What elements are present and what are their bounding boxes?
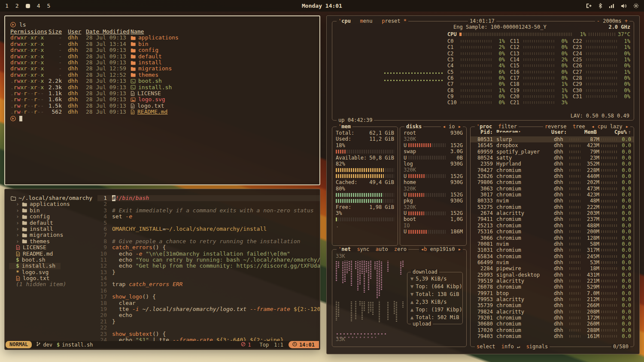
- workspace-1[interactable]: 1: [5, 0, 9, 12]
- code-line: 23show_subtext() {: [97, 331, 320, 337]
- process-row[interactable]: 3063chromiumdhh473M0.0: [471, 186, 634, 192]
- process-row[interactable]: 3066chromiumdhh128M0.0: [471, 235, 634, 241]
- process-row[interactable]: 80524sattydhh23M0.0: [471, 155, 634, 161]
- process-row[interactable]: 53275chromiumdhh222M0.0: [471, 204, 634, 210]
- tree-item-themes[interactable]: ›themes: [9, 238, 55, 244]
- process-mem-graph: [569, 298, 580, 301]
- process-cpu-graph: [601, 237, 617, 239]
- bluetooth-tray-icon[interactable]: [598, 3, 602, 9]
- process-row[interactable]: 16545dropboxdhh423M0.0: [471, 142, 634, 148]
- sort-direction-icon[interactable]: ↑: [627, 129, 631, 133]
- tree-item-boot.sh[interactable]: $boot.sh: [9, 257, 51, 263]
- workspace-2[interactable]: 2: [15, 0, 19, 12]
- process-row[interactable]: 80333nvimdhh48M0.0: [471, 198, 634, 204]
- process-row[interactable]: 2284pipewiredhh18M0.0: [471, 265, 634, 272]
- process-cpu: 0.0: [619, 278, 631, 284]
- volume-tray-icon[interactable]: [621, 3, 627, 9]
- name-cell: install.sh: [131, 84, 314, 90]
- process-cpu-graph: [601, 157, 617, 159]
- cpu-panel-title[interactable]: 'cpu menu preset *: [337, 18, 408, 24]
- process-row[interactable]: 30680chromiumdhh260M0.0: [471, 321, 634, 327]
- process-mem-graph: [569, 329, 580, 332]
- process-name: satty: [496, 155, 554, 161]
- process-pid: 66499: [473, 259, 493, 265]
- process-row[interactable]: 80531slurpdhh87M0.0: [471, 136, 634, 142]
- process-pid: 31031: [473, 247, 493, 253]
- process-row[interactable]: 35739chromiumdhh266M0.0: [471, 302, 634, 308]
- process-row[interactable]: 25993signal-desktopdhh431M0.0: [471, 272, 634, 278]
- process-row[interactable]: 79824alacrittydhh208M0.0: [471, 309, 634, 315]
- process-row[interactable]: 17020chromiumdhh288M0.0: [471, 327, 634, 333]
- process-row[interactable]: 79971btopdhh7.0M0.0: [471, 290, 634, 296]
- process-cpu: 0.0: [619, 290, 631, 296]
- tree-item-label: bin: [30, 208, 39, 214]
- tree-item-config[interactable]: ›config: [9, 214, 55, 220]
- cpu-core-row: C56%: [447, 69, 505, 75]
- tree-item-migrations[interactable]: ›migrations: [9, 232, 68, 238]
- proc-options[interactable]: reverse tree ◂ cpu lazy ▸: [543, 124, 630, 130]
- process-row[interactable]: 79403chromiumdhh161M0.0: [471, 333, 634, 339]
- workspace-4[interactable]: 4: [37, 0, 40, 12]
- process-user: dhh: [554, 179, 569, 185]
- tree-item-README.md[interactable]: README.md: [9, 251, 58, 257]
- tree-item-logo.svg[interactable]: *logo.svg: [9, 269, 54, 275]
- process-row[interactable]: 79201chromiumdhh172M0.0: [471, 315, 634, 321]
- process-row[interactable]: 2359Hyprlanddhh352M0.0: [471, 161, 634, 167]
- mem-panel-title[interactable]: 'mem: [337, 124, 352, 130]
- prompt-arrow-icon: [10, 22, 16, 27]
- process-row[interactable]: 65834chromiumdhh245M0.0: [471, 253, 634, 259]
- update-interval[interactable]: - 2000ms +: [595, 18, 629, 24]
- process-cpu-graph: [601, 329, 617, 332]
- tree-item-applications[interactable]: ›applications: [9, 201, 75, 207]
- process-row[interactable]: 26078chromiumdhh529M0.0: [471, 284, 634, 290]
- chevron-right-icon: ›: [16, 220, 19, 226]
- workspace-3[interactable]: [26, 4, 30, 8]
- tree-item-install.sh[interactable]: $install.sh: [9, 263, 61, 269]
- process-row[interactable]: 79953alacrittydhh212M0.0: [471, 296, 634, 302]
- process-mem: 266M: [582, 302, 599, 308]
- process-row[interactable]: 69959spotify_playerdhh79M0.0: [471, 149, 634, 155]
- net-panel-title[interactable]: 'net sync auto zero: [337, 247, 408, 252]
- workspace-5[interactable]: 5: [47, 0, 50, 12]
- logout-tray-icon[interactable]: [586, 3, 592, 9]
- user-cell: dhh: [68, 72, 82, 78]
- process-row[interactable]: 79519alacrittydhh221M0.0: [471, 278, 634, 284]
- tree-item-logo.txt[interactable]: logo.txt: [9, 275, 55, 281]
- process-user: dhh: [554, 309, 569, 315]
- tree-item-bin[interactable]: ›bin: [9, 208, 45, 214]
- net-interface-selector[interactable]: ◂b enp191s0 ▸: [419, 247, 463, 252]
- tree-item-LICENSE[interactable]: LICENSE: [9, 244, 52, 250]
- cpu-panel: 'cpu menu preset *14:01:17- 2000ms +up 0…: [332, 21, 634, 121]
- process-row[interactable]: 66499nvimdhh53M0.0: [471, 259, 634, 265]
- process-row[interactable]: 25213chromiumdhh488M0.0: [471, 223, 634, 229]
- process-row[interactable]: 2674alacrittydhh203M0.0: [471, 210, 634, 216]
- tree-item-default[interactable]: ›default: [9, 220, 58, 226]
- folder-open-icon: [11, 196, 16, 201]
- settings-tray-icon[interactable]: [633, 3, 639, 9]
- process-cpu-graph: [601, 255, 617, 258]
- process-row[interactable]: 32626chromiumdhh440M0.0: [471, 173, 634, 179]
- mem-stat-value: 49,4 GiB: [369, 179, 394, 185]
- proc-footer-menu[interactable]: select info ↵ signals: [475, 344, 550, 350]
- process-row[interactable]: 70081nvimdhh58M0.0: [471, 241, 634, 247]
- tree-item--1-hidden-item-[interactable]: (1 hidden item): [9, 281, 71, 287]
- process-row[interactable]: 79411chromiumdhh237M0.0: [471, 216, 634, 222]
- process-list: 80531slurpdhh87M0.016545dropboxdhh423M0.…: [471, 136, 634, 344]
- process-pid: 53275: [473, 204, 493, 210]
- disk-io-activity: 320K: [404, 167, 463, 173]
- code-line: 18 clear: [97, 300, 320, 306]
- process-row[interactable]: 31031chromiumdhh317M0.0: [471, 247, 634, 253]
- disks-io-toggle[interactable]: ◂ io ▸: [441, 124, 463, 130]
- disks-panel-title[interactable]: disks: [404, 124, 423, 130]
- file-row: drwxr-xr-x-dhh28 Jul 09:13default: [10, 54, 314, 60]
- process-row[interactable]: 75316chromiumdhh200M0.0: [471, 229, 634, 235]
- proc-panel-title[interactable]: 'proc filter: [475, 124, 519, 130]
- process-row[interactable]: 3017chromiumdhh423M0.0: [471, 192, 634, 198]
- tree-item-install[interactable]: ›install: [9, 226, 58, 232]
- process-mem-graph: [569, 212, 580, 214]
- tree-root[interactable]: ~/.local/share/omarchy: [9, 195, 97, 201]
- network-tray-icon[interactable]: [609, 3, 614, 9]
- process-row[interactable]: 70427chromiumdhh228M0.0: [471, 167, 634, 173]
- folder-icon: [22, 220, 27, 225]
- process-row[interactable]: 79806chromiumdhh202M0.0: [471, 179, 634, 185]
